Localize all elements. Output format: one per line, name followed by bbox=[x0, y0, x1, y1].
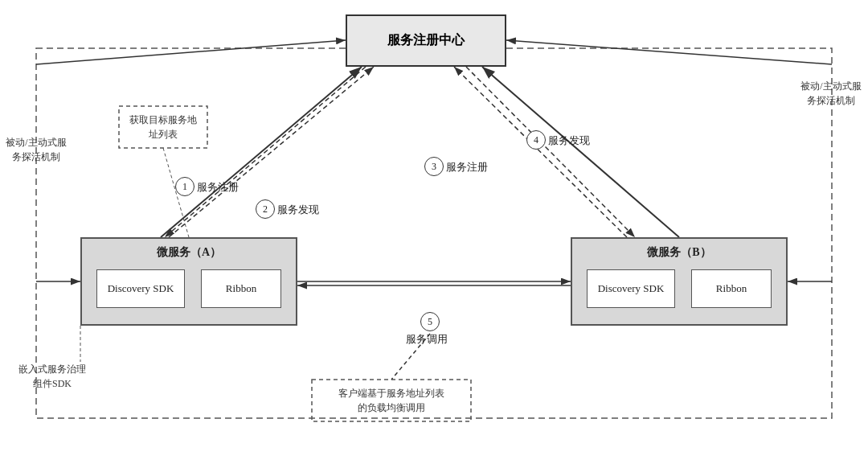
note-probe-left: 被动/主动式服 务探活机制 bbox=[4, 135, 68, 164]
svg-line-14 bbox=[36, 40, 346, 64]
svg-rect-3 bbox=[36, 48, 832, 418]
step-1-circle: 1 bbox=[175, 177, 194, 196]
registry-label: 服务注册中心 bbox=[387, 32, 465, 49]
step-2-circle: 2 bbox=[256, 199, 275, 219]
service-a-label: 微服务（A） bbox=[82, 245, 296, 260]
svg-line-8 bbox=[454, 67, 627, 237]
step-5-circle: 5 bbox=[420, 312, 440, 331]
ribbon-b: Ribbon bbox=[691, 269, 772, 308]
diagram-container: 服务注册中心 微服务（A） Discovery SDK Ribbon 微服务（B… bbox=[0, 0, 868, 464]
service-b-box: 微服务（B） Discovery SDK Ribbon bbox=[571, 237, 788, 326]
registry-box: 服务注册中心 bbox=[346, 14, 506, 67]
note-load-balance: 客户端基于服务地址列表 的负载均衡调用 bbox=[312, 380, 471, 421]
note-address-list: 获取目标服务地 址列表 bbox=[119, 106, 207, 148]
step-2-label: 服务发现 bbox=[277, 203, 319, 217]
step-4-label: 服务发现 bbox=[548, 133, 590, 148]
note-probe-right: 被动/主动式服 务探活机制 bbox=[796, 79, 866, 108]
discovery-sdk-b: Discovery SDK bbox=[587, 269, 675, 308]
step-3-label: 服务注册 bbox=[446, 160, 488, 175]
service-b-label: 微服务（B） bbox=[572, 245, 786, 260]
service-a-box: 微服务（A） Discovery SDK Ribbon bbox=[80, 237, 297, 326]
step-5-label: 服务调用 bbox=[406, 332, 448, 347]
svg-line-15 bbox=[506, 40, 832, 64]
svg-line-11 bbox=[482, 67, 679, 237]
step-3-circle: 3 bbox=[424, 157, 444, 176]
note-embedded-sdk: 嵌入式服务治理 组件SDK bbox=[12, 362, 92, 391]
svg-line-9 bbox=[466, 67, 635, 237]
discovery-sdk-a: Discovery SDK bbox=[96, 269, 185, 308]
step-1-label: 服务注册 bbox=[197, 180, 239, 195]
step-4-circle: 4 bbox=[526, 130, 546, 150]
ribbon-a: Ribbon bbox=[201, 269, 281, 308]
